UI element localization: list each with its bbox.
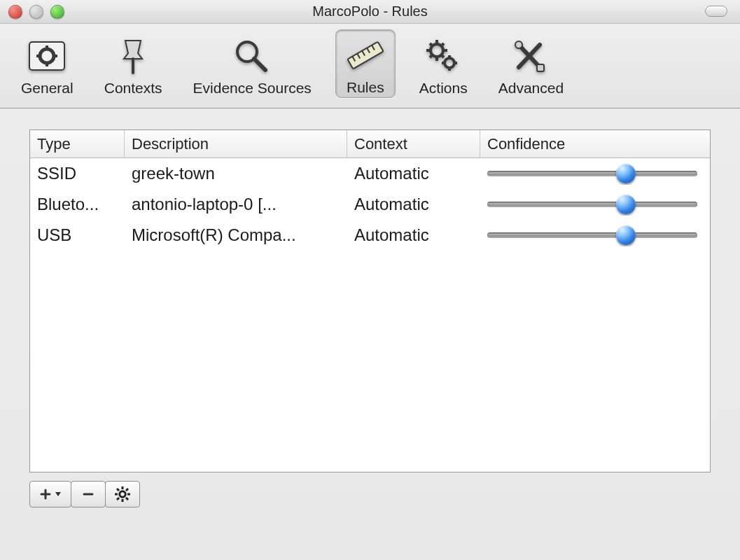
table-header: Type Description Context Confidence (30, 130, 710, 158)
plus-icon (39, 487, 62, 501)
cell-confidence (480, 193, 710, 216)
content-area: Type Description Context Confidence SSID… (0, 108, 740, 514)
table-row[interactable]: SSIDgreek-townAutomatic (30, 158, 710, 189)
table-row[interactable]: USBMicrosoft(R) Compa...Automatic (30, 220, 710, 251)
titlebar: MarcoPolo - Rules (0, 0, 740, 24)
toolbar-item-actions[interactable]: Actions (412, 31, 475, 98)
minus-icon (81, 487, 95, 501)
slider-track (487, 232, 697, 238)
settings-button[interactable] (105, 481, 140, 507)
column-header-confidence[interactable]: Confidence (480, 130, 710, 158)
toolbar-label: Actions (419, 80, 468, 97)
slider-track (487, 171, 697, 176)
cell-type: SSID (30, 162, 125, 185)
cell-context: Automatic (347, 193, 480, 216)
toolbar-item-contexts[interactable]: Contexts (97, 31, 169, 98)
cell-context: Automatic (347, 162, 480, 185)
toolbar-item-rules[interactable]: Rules (335, 29, 396, 98)
toolbar-label: Rules (347, 79, 384, 96)
column-header-type[interactable]: Type (30, 130, 125, 158)
column-header-context[interactable]: Context (347, 130, 480, 158)
toolbar-label: Advanced (498, 80, 564, 97)
window-title: MarcoPolo - Rules (312, 4, 428, 20)
cell-context: Automatic (347, 224, 480, 246)
gear-icon (114, 486, 131, 503)
slider-thumb[interactable] (616, 195, 636, 214)
remove-rule-button[interactable] (71, 481, 106, 507)
minimize-button[interactable] (29, 5, 43, 19)
zoom-button[interactable] (50, 5, 64, 19)
tools-icon (508, 35, 553, 77)
confidence-slider[interactable] (487, 164, 697, 183)
close-button[interactable] (8, 5, 22, 19)
confidence-slider[interactable] (487, 195, 697, 214)
svg-point-8 (120, 491, 125, 497)
gears-icon (421, 35, 466, 77)
slider-track (487, 202, 697, 207)
magnifier-icon (230, 35, 274, 77)
column-header-description[interactable]: Description (125, 130, 347, 158)
toolbar-item-evidence-sources[interactable]: Evidence Sources (186, 31, 319, 98)
cell-confidence (480, 224, 710, 246)
switch-slider-icon (25, 35, 69, 77)
table-body: SSIDgreek-townAutomaticBlueto...antonio-… (30, 158, 710, 472)
toolbar: General Contexts Evidence Sources Rules (0, 24, 740, 108)
window: MarcoPolo - Rules General Contexts Evide… (0, 0, 740, 560)
cell-type: Blueto... (30, 193, 125, 216)
toolbar-label: Contexts (104, 80, 162, 97)
confidence-slider[interactable] (487, 225, 697, 245)
svg-point-5 (445, 58, 454, 68)
traffic-lights (8, 5, 64, 19)
cell-type: USB (30, 224, 125, 246)
slider-thumb[interactable] (616, 164, 636, 183)
footer-controls (29, 481, 711, 507)
svg-point-6 (515, 41, 522, 48)
rules-table: Type Description Context Confidence SSID… (29, 130, 711, 472)
svg-rect-7 (537, 64, 544, 71)
toolbar-toggle-button[interactable] (705, 6, 727, 17)
pushpin-icon (111, 35, 155, 77)
cell-description: antonio-laptop-0 [... (125, 193, 347, 216)
toolbar-label: General (21, 80, 74, 97)
cell-description: Microsoft(R) Compa... (125, 224, 347, 246)
slider-thumb[interactable] (616, 225, 636, 245)
toolbar-item-advanced[interactable]: Advanced (491, 31, 571, 98)
toolbar-item-general[interactable]: General (14, 31, 81, 98)
cell-description: greek-town (125, 162, 347, 185)
toolbar-label: Evidence Sources (193, 80, 312, 97)
table-row[interactable]: Blueto...antonio-laptop-0 [...Automatic (30, 189, 710, 220)
ruler-icon (343, 34, 388, 76)
add-rule-button[interactable] (29, 481, 71, 507)
cell-confidence (480, 162, 710, 185)
